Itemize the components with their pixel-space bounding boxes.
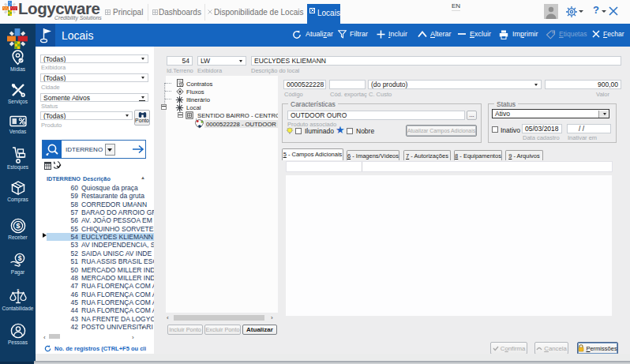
svg-text:$: $ — [16, 221, 21, 230]
svg-text:$: $ — [18, 254, 22, 262]
svg-text:$: $ — [17, 289, 19, 293]
